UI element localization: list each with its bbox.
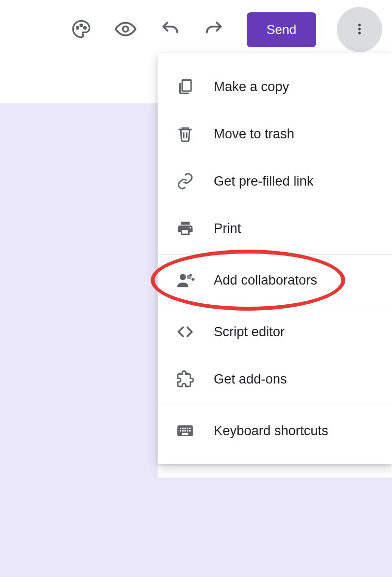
eye-icon bbox=[115, 18, 136, 41]
trash-icon bbox=[173, 125, 197, 143]
menu-divider bbox=[158, 254, 392, 255]
add-collaborators-icon bbox=[173, 271, 197, 289]
svg-rect-7 bbox=[182, 80, 191, 92]
svg-point-8 bbox=[180, 274, 186, 280]
customize-theme-button[interactable] bbox=[69, 18, 93, 41]
menu-divider bbox=[158, 405, 392, 405]
undo-icon bbox=[160, 19, 180, 40]
more-vert-icon bbox=[353, 22, 366, 37]
menu-item-make-a-copy[interactable]: Make a copy bbox=[158, 63, 392, 110]
undo-button[interactable] bbox=[158, 18, 182, 41]
svg-point-3 bbox=[123, 26, 129, 32]
more-options-button[interactable] bbox=[337, 7, 382, 52]
redo-button[interactable] bbox=[202, 18, 226, 41]
menu-divider bbox=[158, 306, 392, 306]
palette-icon bbox=[71, 19, 91, 40]
menu-item-label: Move to trash bbox=[214, 127, 294, 142]
menu-item-move-to-trash[interactable]: Move to trash bbox=[158, 110, 392, 158]
menu-item-label: Get add-ons bbox=[214, 372, 287, 387]
code-icon bbox=[173, 323, 197, 341]
preview-button[interactable] bbox=[114, 18, 137, 41]
menu-item-label: Add collaborators bbox=[214, 273, 317, 288]
more-options-menu: Make a copy Move to trash Get pre-filled… bbox=[158, 53, 392, 464]
redo-icon bbox=[204, 19, 224, 40]
copy-icon bbox=[173, 78, 197, 96]
menu-item-label: Print bbox=[214, 221, 241, 236]
menu-item-add-collaborators[interactable]: Add collaborators bbox=[158, 256, 392, 304]
svg-point-6 bbox=[358, 32, 360, 34]
menu-item-label: Get pre-filled link bbox=[214, 174, 314, 189]
svg-point-2 bbox=[84, 27, 86, 29]
menu-item-script-editor[interactable]: Script editor bbox=[158, 308, 392, 355]
link-icon bbox=[173, 172, 197, 190]
puzzle-icon bbox=[173, 370, 197, 388]
form-canvas-background-bottom bbox=[0, 478, 392, 577]
menu-item-get-prefilled-link[interactable]: Get pre-filled link bbox=[158, 158, 392, 205]
keyboard-icon bbox=[173, 421, 197, 440]
print-icon bbox=[173, 220, 197, 237]
menu-item-label: Keyboard shortcuts bbox=[214, 423, 328, 439]
menu-item-print[interactable]: Print bbox=[158, 205, 392, 252]
svg-point-1 bbox=[80, 24, 82, 26]
toolbar: Send bbox=[0, 0, 392, 59]
menu-item-get-add-ons[interactable]: Get add-ons bbox=[158, 355, 392, 403]
menu-item-label: Script editor bbox=[214, 324, 285, 340]
send-button[interactable]: Send bbox=[247, 12, 316, 47]
menu-item-label: Make a copy bbox=[214, 79, 289, 95]
menu-item-keyboard-shortcuts[interactable]: Keyboard shortcuts bbox=[158, 407, 392, 454]
svg-point-0 bbox=[77, 27, 79, 29]
svg-point-5 bbox=[358, 28, 360, 30]
svg-point-4 bbox=[358, 24, 360, 26]
